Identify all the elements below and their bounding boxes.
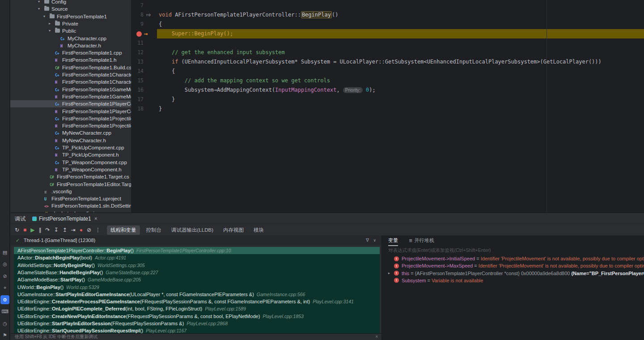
evaluate-expression-placeholder[interactable]: 对表达式求值(Enter)或添加监视(Ctrl+Shift+Enter) [388, 247, 491, 254]
recent-icon[interactable]: ◷ [0, 319, 9, 328]
bookmarks-icon[interactable]: ⌖ [0, 283, 9, 292]
debugger-view-tab[interactable]: 调试器输出(LLDB) [168, 225, 217, 235]
stack-frame[interactable]: AWorldSettings::NotifyBeginPlay()WorldSe… [14, 262, 380, 269]
chevron-down-icon[interactable]: ∨ [373, 235, 376, 245]
tree-item[interactable]: HTP_PickUpComponent.h [10, 151, 131, 158]
tree-item[interactable]: HFirstPersonTemplate1PlayerController.h [10, 108, 131, 115]
tree-item[interactable]: C+TP_PickUpComponent.cpp [10, 144, 131, 151]
code-line[interactable]: → Super::BeginPlay(); [131, 29, 644, 38]
code-editor[interactable]: 78↑ovoid AFirstPersonTemplate1PlayerCont… [131, 0, 644, 212]
tree-item[interactable]: ▾FirstPersonTemplate1 [10, 13, 131, 20]
chevron-down-icon[interactable]: ▾ [38, 5, 40, 13]
tree-item[interactable]: HFirstPersonTemplate1GameMode.h [10, 93, 131, 100]
tree-item[interactable]: HMyCharacter.h [10, 42, 131, 49]
chevron-down-icon[interactable]: ▾ [38, 0, 40, 5]
run-to-cursor-icon[interactable]: ⇥ [71, 227, 76, 233]
tree-item[interactable]: ▸Private [10, 20, 131, 27]
tree-item[interactable]: C+FirstPersonTemplate1Projectile.cpp [10, 115, 131, 122]
tab-parallel-stacks[interactable]: ≣并行堆栈 [409, 237, 434, 244]
debug-session-tab[interactable]: FirstPersonTemplate1 × [29, 214, 101, 223]
code-line[interactable]: 18} [131, 104, 644, 114]
code-line[interactable]: 8↑ovoid AFirstPersonTemplate1PlayerContr… [131, 10, 644, 20]
stack-frame[interactable]: UEditorEngine::CreateNewPlayInEditorInst… [14, 313, 380, 320]
filter-icon[interactable]: ∇ [366, 235, 369, 245]
debugger-view-tab[interactable]: 模块 [250, 225, 267, 235]
step-over-icon[interactable]: ↷ [46, 227, 50, 233]
stack-frame[interactable]: UWorld::BeginPlay()World.cpp:5329 [14, 284, 380, 291]
resume-icon[interactable]: ▶ [30, 227, 34, 233]
variable-row[interactable]: !ProjectileMovement->MaxSpeed = Identifi… [382, 262, 644, 269]
stack-frame[interactable]: UEditorEngine::StartQueuedPlaySessionReq… [14, 327, 380, 333]
debugger-view-tab[interactable]: 线程和变量 [107, 225, 140, 235]
tree-item[interactable]: C+FirstPersonTemplate1Character.cpp [10, 71, 131, 78]
view-breakpoints-icon[interactable]: ● [80, 227, 83, 233]
tree-item[interactable]: HMyNewCharacter.h [10, 137, 131, 144]
thread-selector[interactable]: ✓ Thread-1-[GameThread] (12308) ∇ ∨ [10, 235, 381, 245]
close-icon[interactable]: × [94, 216, 97, 222]
pause-icon[interactable]: ∥ [39, 227, 42, 233]
chevron-down-icon[interactable]: ▾ [43, 13, 45, 20]
tree-item[interactable]: C#FirstPersonTemplate1.Target.cs [10, 173, 131, 180]
tree-item[interactable]: C+FirstPersonTemplate1GameMode.cpp [10, 86, 131, 93]
rerun-icon[interactable]: ↻ [15, 227, 19, 233]
tree-item[interactable]: C+FirstPersonTemplate1PlayerController.c… [10, 100, 131, 107]
tree-item[interactable]: ▾Public [10, 27, 131, 34]
tree-item[interactable]: C+FirstPersonTemplate1.cpp [10, 49, 131, 56]
stack-frame[interactable]: AGameStateBase::HandleBeginPlay()GameSta… [14, 269, 380, 276]
mute-breakpoints-icon[interactable]: ⊘ [87, 227, 91, 233]
tree-item[interactable]: HFirstPersonTemplate1Character.h [10, 78, 131, 85]
more-icon[interactable]: ⋮ [95, 227, 101, 233]
code-line[interactable]: 13 if (UEnhancedInputLocalPlayerSubsyste… [131, 57, 644, 67]
stack-frame[interactable]: UEditorEngine::OnLoginPIEComplete_Deferr… [14, 305, 380, 312]
tree-item[interactable]: <>FirstPersonTemplate1.sln.DotSettings.u… [10, 202, 131, 209]
variable-row[interactable]: !Subsystem = Variable is not available [382, 277, 644, 284]
tree-item[interactable]: HFirstPersonTemplate1.h [10, 56, 131, 64]
tree-item[interactable]: HFirstPersonTemplate1Projectile.h [10, 122, 131, 129]
override-marker-icon[interactable]: ↑o [146, 10, 151, 20]
services-icon[interactable]: ◎ [0, 259, 9, 268]
step-into-icon[interactable]: ↧ [54, 227, 59, 233]
code-line[interactable]: 17 } [131, 95, 644, 104]
close-icon[interactable]: × [375, 334, 378, 340]
stack-frame[interactable]: AFirstPersonTemplate1PlayerController::B… [14, 247, 380, 254]
chevron-right-icon[interactable]: ▸ [388, 270, 390, 277]
stack-frame[interactable]: UEditorEngine::StartPlayInEditorSession(… [14, 320, 380, 327]
stack-frame[interactable]: AGameModeBase::StartPlay()GameModeBase.c… [14, 276, 380, 283]
tree-item[interactable]: C+MyNewCharacter.cpp [10, 129, 131, 136]
structure-icon[interactable]: ▤ [0, 248, 9, 257]
code-line[interactable]: 12 // get the enhanced input subsystem [131, 48, 644, 57]
chevron-down-icon[interactable]: ▾ [49, 27, 51, 34]
code-line[interactable]: 16 Subsystem→AddMappingContext(InputMapp… [131, 85, 644, 95]
debug-icon[interactable]: ⚙ [0, 295, 9, 304]
tree-item[interactable]: ≡.vsconfig [10, 188, 131, 195]
tree-item[interactable]: C#FirstPersonTemplate1.Build.cs [10, 64, 131, 71]
code-line[interactable]: 14 { [131, 67, 644, 76]
terminal-icon[interactable]: ⌨ [0, 307, 9, 316]
variable-row[interactable]: !ProjectileMovement->InitialSpeed = Iden… [382, 255, 644, 262]
stack-frame[interactable]: UGameInstance::StartPlayInEditorGameInst… [14, 291, 380, 298]
code-line[interactable]: 9{ [131, 20, 644, 29]
tree-item[interactable]: ▾Source [10, 5, 131, 13]
tree-item[interactable]: UFirstPersonTemplate1.uproject [10, 195, 131, 202]
debugger-view-tab[interactable]: 内存视图 [220, 225, 247, 235]
problems-icon[interactable]: ⊘ [0, 272, 9, 280]
tree-item[interactable]: ▾Config [10, 0, 131, 5]
stack-frame[interactable]: AActor::DispatchBeginPlay(bool)Actor.cpp… [14, 254, 380, 261]
frame-class: UWorld:: [17, 285, 37, 290]
chevron-right-icon[interactable]: ▸ [49, 20, 51, 27]
code-line[interactable]: 7 [131, 1, 644, 10]
code-line[interactable]: 15 // add the mapping context so we get … [131, 76, 644, 85]
stop-icon[interactable]: ■ [23, 227, 26, 233]
tab-variables[interactable]: 变量 [388, 237, 398, 244]
breakpoint-icon[interactable] [136, 31, 142, 37]
code-line[interactable]: 11 [131, 38, 644, 48]
tree-item[interactable]: C#FirstPersonTemplate1Editor.Target.cs [10, 181, 131, 188]
stack-frame[interactable]: UEditorEngine::CreateInnerProcessPIEGame… [14, 298, 380, 305]
tree-item[interactable]: HTP_WeaponComponent.h [10, 166, 131, 173]
step-out-icon[interactable]: ↥ [63, 227, 67, 233]
tree-item[interactable]: C+TP_WeaponComponent.cpp [10, 159, 131, 166]
variable-row[interactable]: ▸!this = {AFirstPersonTemplate1PlayerCon… [382, 270, 644, 277]
notifications-icon[interactable]: ⚑ [0, 331, 9, 340]
debugger-view-tab[interactable]: 控制台 [143, 225, 165, 235]
tree-item[interactable]: C+MyCharacter.cpp [10, 35, 131, 42]
